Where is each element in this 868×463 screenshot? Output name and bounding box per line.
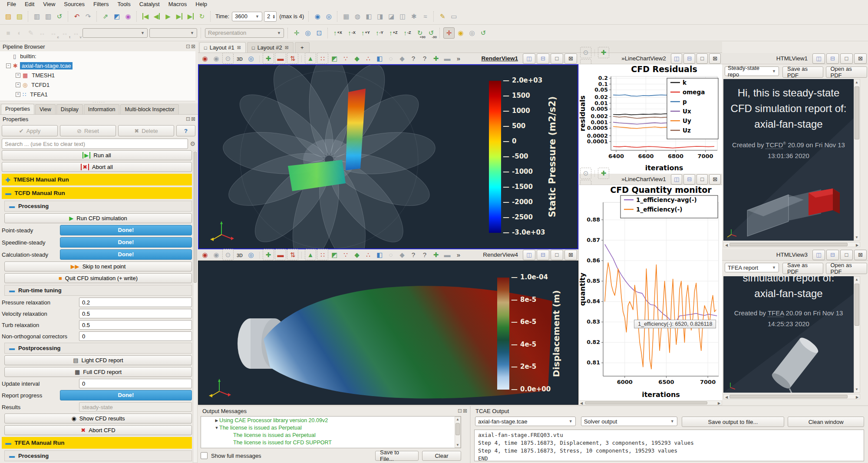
clean-window-button[interactable]: Clean window xyxy=(788,417,864,427)
save-as-pdf-button[interactable]: Save as PDF xyxy=(782,263,823,274)
loop-icon[interactable]: ↻ xyxy=(197,11,207,22)
split-horizontal-icon[interactable]: ◫ xyxy=(523,53,535,64)
menu-item-sources[interactable]: Sources xyxy=(59,0,89,8)
set-view-plus-x-icon[interactable]: ↑+X xyxy=(331,28,344,38)
save-as-pdf-button[interactable]: Save as PDF xyxy=(782,66,823,78)
solid-color-icon[interactable]: ■ xyxy=(3,28,13,38)
apply-button[interactable]: ✔Apply xyxy=(2,125,58,136)
save-screenshot-icon[interactable]: ◉ xyxy=(200,53,210,63)
renderview1-canvas[interactable]: —2.0e+03—1500—1000—500—0—-500—-1000—-150… xyxy=(198,64,578,249)
copy-screenshot-icon[interactable]: ◉ xyxy=(211,53,221,63)
collapse-group-icon[interactable]: ▬ xyxy=(9,345,15,351)
set-view-plus-z-icon[interactable]: ↑+Z xyxy=(387,28,400,38)
reset-camera-icon[interactable]: ✛ xyxy=(291,28,302,38)
expand-icon[interactable]: + xyxy=(16,83,20,87)
close-view-icon[interactable]: ⊠ xyxy=(709,53,721,64)
split-vertical-icon[interactable]: ⊟ xyxy=(537,53,549,64)
menu-item-tools[interactable]: Tools xyxy=(113,0,135,8)
output-messages-scrollbar[interactable]: ▲▼ xyxy=(455,417,461,448)
select-cells-on-icon[interactable]: ▲ xyxy=(305,249,316,260)
add-selection-icon[interactable]: ✚ xyxy=(263,249,274,260)
run-all-button[interactable]: ▶Run all xyxy=(2,150,192,160)
turb-relaxation-field[interactable] xyxy=(79,320,192,330)
interactive-select-points-icon[interactable]: ◆ xyxy=(397,53,407,63)
select-points-on-icon[interactable]: ∷ xyxy=(317,249,328,260)
menu-item-macros[interactable]: Macros xyxy=(164,0,191,8)
tfea-brand-link[interactable]: TFEA xyxy=(768,309,784,317)
collapse-message-icon[interactable]: ▼ xyxy=(214,426,219,430)
close-tab-icon[interactable]: ⊠ xyxy=(237,45,241,50)
close-view-icon[interactable]: ⊠ xyxy=(854,250,867,260)
select-block-icon[interactable]: ◧ xyxy=(374,249,385,260)
select-points-polygon-icon[interactable]: ∴ xyxy=(363,53,373,63)
quit-cfd-button[interactable]: ■Quit CFD simulation (+ write) xyxy=(4,273,192,283)
redo-icon[interactable]: ↷ xyxy=(83,11,93,22)
capture-icon[interactable]: ⊙ xyxy=(580,47,591,58)
time-combobox[interactable]: 3600▼ xyxy=(232,12,262,21)
split-vertical-icon[interactable]: ⊟ xyxy=(826,53,839,64)
output-message-row[interactable]: ▼The license is issued as Perpetual xyxy=(201,424,461,431)
select-points-polygon-icon[interactable]: ∴ xyxy=(363,249,373,260)
split-vertical-icon[interactable]: ⊟ xyxy=(537,250,549,260)
show-color-legend-icon[interactable]: ◐ xyxy=(14,28,25,38)
pipeline-item-tfea1[interactable]: +∷TFEA1 xyxy=(0,89,195,99)
help-button[interactable]: ? xyxy=(176,125,195,136)
connect-server-icon[interactable]: ▥ xyxy=(32,11,42,22)
toggle-selection-icon[interactable]: ⇅ xyxy=(287,53,298,64)
properties-scrollbar[interactable] xyxy=(193,150,198,463)
pick-center-icon[interactable]: ↺ xyxy=(478,28,488,38)
output-message-row[interactable]: The license is issued for CFD SUPPORT xyxy=(201,439,461,446)
split-vertical-icon[interactable]: ⊟ xyxy=(826,250,839,260)
tab-multi-block-inspector[interactable]: Multi-block Inspector xyxy=(120,104,179,114)
toggle-selection-icon[interactable]: ⇅ xyxy=(287,249,298,260)
output-message-row[interactable]: ▶Using CAE Processor library version 20.… xyxy=(201,417,461,424)
tab-view[interactable]: View xyxy=(35,104,56,114)
non-orthogonal-correctors-field[interactable] xyxy=(79,331,192,341)
select-cells-on-icon[interactable]: ▲ xyxy=(305,53,316,64)
postprocessing-group[interactable]: ▬Postprocessing xyxy=(4,343,192,354)
zoom-to-box-icon[interactable]: ◎ xyxy=(246,249,256,260)
open-as-pdf-button[interactable]: Open as PDF xyxy=(826,263,868,274)
select-points-through-icon[interactable]: ∵ xyxy=(340,53,351,63)
full-report-button[interactable]: ▦Full CFD report xyxy=(4,367,192,377)
report-selector-dropdown[interactable]: TFEA report▼ xyxy=(725,263,779,272)
contour-icon[interactable]: ◍ xyxy=(352,11,363,22)
close-tab-icon[interactable]: ⊠ xyxy=(285,45,289,50)
tcae-output-console[interactable]: axial-fan-stage.FREQ03.vtuStep 4, time 1… xyxy=(474,430,864,461)
first-frame-icon[interactable]: ◀ xyxy=(140,11,151,22)
collapse-icon[interactable]: − xyxy=(6,63,11,68)
copy-screenshot-icon[interactable]: ◉ xyxy=(211,249,221,260)
split-vertical-icon[interactable]: ⊟ xyxy=(683,174,695,185)
report-selector-dropdown[interactable]: Steady-state repo▼ xyxy=(725,66,779,76)
close-dock-icon[interactable]: ⊠ xyxy=(191,116,195,122)
rescale-range-icon[interactable]: ↔ xyxy=(37,28,47,38)
last-frame-icon[interactable]: ▶ xyxy=(185,11,196,22)
select-cells-polygon-icon[interactable]: ◆ xyxy=(352,53,362,63)
maximize-view-icon[interactable]: □ xyxy=(551,53,563,64)
pipeline-item-builtin-[interactable]: ▯builtin: xyxy=(0,51,195,61)
renderview4-canvas[interactable]: —1.0e-04—8e-5—6e-5—4e-5—2e-5—0.0e+00Disp… xyxy=(198,261,578,405)
add-selection-icon[interactable]: ✚ xyxy=(598,168,609,179)
close-view-icon[interactable]: ⊠ xyxy=(854,53,867,64)
threshold-icon[interactable]: ◪ xyxy=(386,11,396,22)
save-screenshot-icon[interactable]: ◉ xyxy=(200,249,210,260)
collapse-section-icon[interactable]: ▬ xyxy=(5,190,11,196)
tcfd-manual-run-section[interactable]: ▬TCFD Manual Run xyxy=(2,187,192,199)
previous-frame-icon[interactable]: ◀ xyxy=(152,11,162,22)
select-cells-polygon-icon[interactable]: ◆ xyxy=(352,249,362,260)
save-output-button[interactable]: Save output to file... xyxy=(682,417,785,427)
collapse-section-icon[interactable]: ▬ xyxy=(5,440,11,446)
light-report-button[interactable]: ▤Light CFD report xyxy=(4,355,192,365)
show-center-icon[interactable]: ◉ xyxy=(455,28,466,38)
abort-cfd-button[interactable]: ✖Abort CFD xyxy=(4,425,192,435)
zoom-to-box-icon[interactable]: ◎ xyxy=(246,53,256,63)
clip-icon[interactable]: ◧ xyxy=(363,11,374,22)
hover-point-icon[interactable]: ? xyxy=(408,53,419,63)
disconnect-server-icon[interactable]: ▥ xyxy=(43,11,53,22)
zoom-next-icon[interactable]: ◎ xyxy=(323,11,334,22)
tab-display[interactable]: Display xyxy=(56,104,83,114)
close-dock-icon[interactable]: ⊠ xyxy=(191,43,195,50)
split-horizontal-icon[interactable]: ◫ xyxy=(671,174,683,185)
grow-selection-icon[interactable]: ✚ xyxy=(431,53,441,63)
orientation-axes-icon[interactable]: ✛ xyxy=(443,27,455,39)
